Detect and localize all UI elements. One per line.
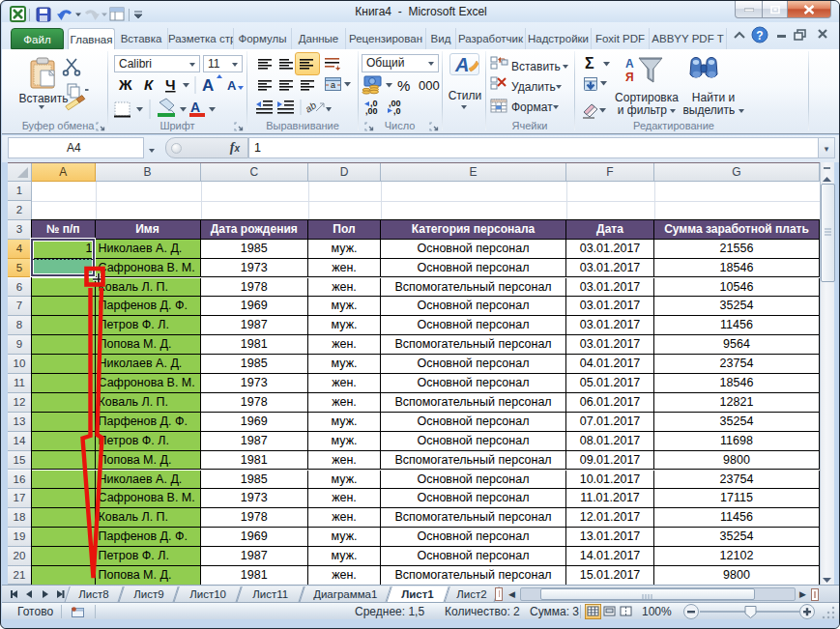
svg-text:000: 000 bbox=[419, 78, 440, 93]
svg-text:Ч: Ч bbox=[165, 76, 176, 93]
svg-text:А: А bbox=[202, 76, 214, 95]
svg-text:А: А bbox=[454, 54, 469, 75]
svg-text:Σ: Σ bbox=[585, 55, 594, 71]
svg-text:Я: Я bbox=[625, 71, 634, 84]
svg-text:А: А bbox=[625, 57, 634, 71]
svg-text:А: А bbox=[190, 100, 200, 115]
svg-text:?: ? bbox=[756, 29, 763, 43]
svg-text:Ж: Ж bbox=[118, 76, 132, 93]
svg-text:,0: ,0 bbox=[393, 106, 401, 116]
svg-text:А: А bbox=[227, 78, 237, 93]
svg-text:К: К bbox=[144, 76, 155, 93]
svg-text:a: a bbox=[331, 80, 335, 90]
svg-text:,00: ,00 bbox=[365, 106, 378, 116]
svg-text:ab: ab bbox=[304, 100, 319, 115]
svg-text:%: % bbox=[397, 77, 410, 94]
